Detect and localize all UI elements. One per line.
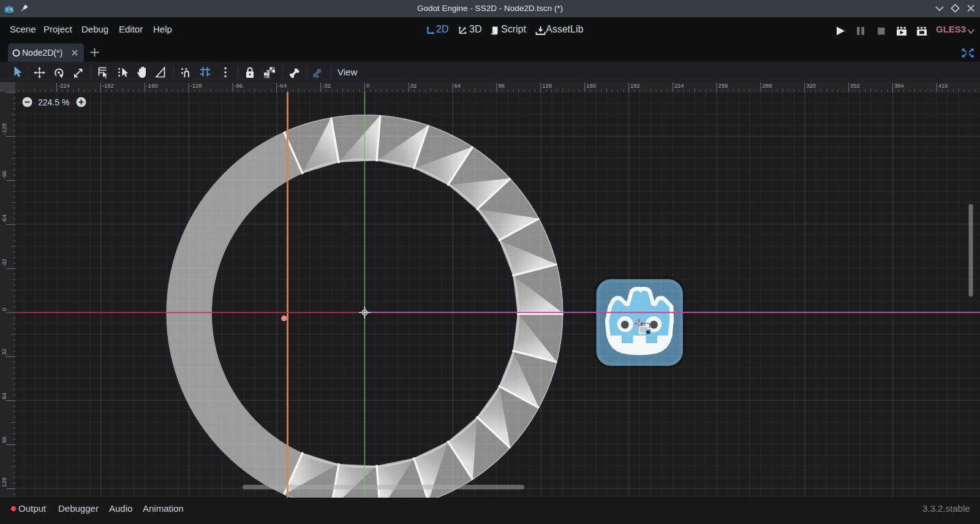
svg-text:64: 64 [1,393,7,400]
svg-text:416: 416 [938,82,948,89]
svg-text:-192: -192 [102,82,114,89]
svg-text:128: 128 [542,82,552,89]
svg-text:128: 128 [1,477,7,487]
svg-text:256: 256 [718,82,728,89]
svg-text:160: 160 [586,82,596,89]
svg-text:224: 224 [674,82,684,89]
svg-text:352: 352 [850,82,860,89]
svg-text:-128: -128 [190,82,202,89]
svg-text:-96: -96 [1,170,7,179]
svg-text:-160: -160 [146,82,158,89]
svg-text:-96: -96 [234,82,243,89]
svg-text:64: 64 [454,82,461,89]
svg-text:32: 32 [1,349,7,355]
svg-text:-64: -64 [1,215,7,223]
svg-text:-32: -32 [322,82,331,89]
svg-text:0: 0 [1,308,7,311]
svg-text:-224: -224 [58,82,70,89]
svg-text:320: 320 [806,82,816,89]
svg-text:32: 32 [410,82,417,89]
svg-text:-64: -64 [278,82,287,89]
svg-text:288: 288 [763,82,772,89]
svg-text:192: 192 [630,82,640,89]
svg-text:0: 0 [366,82,369,89]
svg-text:96: 96 [1,436,7,443]
svg-text:384: 384 [894,82,904,89]
svg-text:-128: -128 [1,123,7,135]
svg-text:-32: -32 [1,259,7,267]
svg-text:96: 96 [498,82,505,89]
